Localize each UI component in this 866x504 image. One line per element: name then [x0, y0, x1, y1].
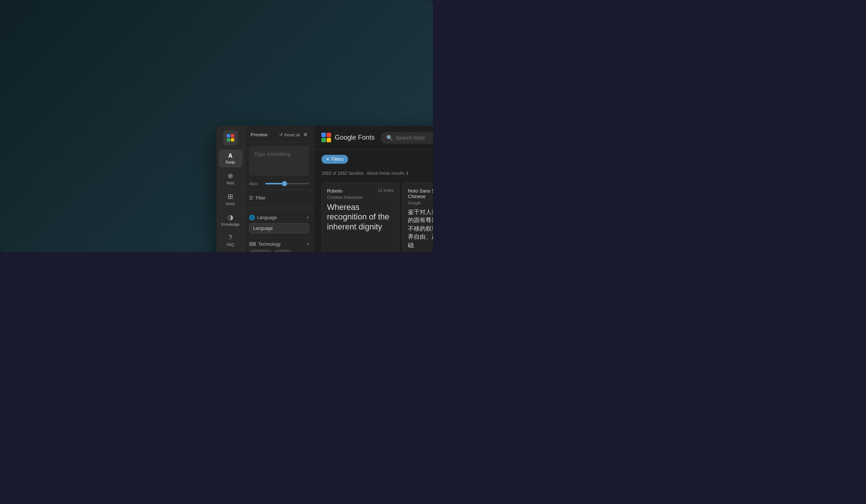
chip-color[interactable]: Color	[274, 250, 291, 252]
filter-icon: ☰	[249, 195, 253, 201]
font-card-header: Noto Sans Simplified Chinese Variable (1…	[408, 188, 433, 199]
technology-filter-header[interactable]: ⌨ Technology ∧	[249, 241, 309, 247]
top-bar: Google Fonts 🔍 Sort by Trending ▾	[314, 126, 433, 150]
font-styles: 12 styles	[378, 188, 394, 193]
knowledge-icon: ◑	[228, 213, 233, 221]
font-name: Roboto	[327, 188, 342, 194]
sidebar-item-icons[interactable]: ⊞ Icons	[219, 190, 242, 209]
svg-rect-3	[231, 138, 234, 142]
reset-icon: ↺	[279, 132, 283, 137]
icons-icon: ⊞	[228, 193, 233, 201]
size-slider-thumb[interactable]	[282, 181, 287, 186]
tech-icon: ⌨	[249, 241, 256, 247]
font-name: Noto Sans Simplified Chinese	[408, 188, 433, 199]
font-author: Google	[408, 201, 433, 205]
svg-rect-2	[227, 138, 230, 142]
font-card-noto-simplified[interactable]: Noto Sans Simplified Chinese Variable (1…	[402, 183, 433, 252]
size-label: 40px	[249, 181, 262, 186]
language-chevron: ∧	[306, 215, 309, 220]
preview-placeholder: Type something	[254, 151, 291, 157]
technology-chips: Variable Color	[249, 250, 309, 252]
sidebar-item-fonts-label: Fonts	[226, 160, 235, 164]
sidebar-nav: A Fonts ⊕ Noto ⊞ Icons ◑ Knowledge ?	[216, 126, 245, 252]
search-input[interactable]	[396, 135, 433, 141]
size-slider-track[interactable]	[265, 183, 309, 184]
language-filter-header[interactable]: 🌐 Language ∧	[249, 215, 309, 220]
main-content: Google Fonts 🔍 Sort by Trending ▾	[314, 126, 433, 252]
preview-label: Preview	[250, 132, 267, 137]
svg-rect-6	[321, 138, 326, 142]
language-select[interactable]: Language	[249, 223, 309, 234]
font-grid: Roboto 12 styles Christian Robertson Whe…	[321, 183, 433, 252]
language-label: Language	[257, 215, 277, 220]
sidebar-item-fonts[interactable]: A Fonts	[219, 150, 242, 167]
filter-header-main[interactable]: ☰ Filter	[249, 195, 309, 201]
faq-icon: ?	[228, 234, 232, 242]
svg-rect-7	[327, 138, 331, 142]
noto-icon: ⊕	[228, 172, 233, 180]
technology-section: ⌨ Technology ∧ Variable Color	[245, 238, 314, 252]
logo-text: Google Fonts	[335, 134, 375, 142]
filter-panel: Preview ↺ Reset all ✕ Type something 40p…	[245, 126, 314, 252]
active-filter-chip[interactable]: ✕ Filters	[321, 155, 348, 164]
content-area: ✕ Filters 1682 of 1682 families About th…	[314, 150, 433, 252]
language-section: 🌐 Language ∧ Language	[245, 211, 314, 238]
font-card-header: Roboto 12 styles	[327, 188, 394, 194]
font-preview: Whereas recognition of the inherent dign…	[327, 202, 394, 249]
svg-rect-0	[227, 134, 230, 137]
nav-logo	[223, 130, 238, 145]
filter-x-icon: ✕	[326, 157, 330, 162]
logo-area: Google Fonts	[321, 133, 375, 143]
about-results-label: About these results	[366, 171, 405, 176]
technology-label: Technology	[258, 242, 281, 247]
about-results[interactable]: About these results ℹ	[366, 171, 408, 176]
chip-variable[interactable]: Variable	[249, 250, 272, 252]
search-icon: 🔍	[386, 135, 393, 141]
svg-rect-5	[327, 133, 331, 137]
google-fonts-logo	[321, 133, 332, 143]
search-bar[interactable]: 🔍	[381, 132, 433, 144]
reset-all-button[interactable]: ↺ Reset all	[279, 132, 300, 137]
close-panel-button[interactable]: ✕	[303, 131, 308, 138]
sidebar-item-faq-label: FAQ	[226, 243, 234, 247]
filter-section: ☰ Filter	[245, 191, 314, 208]
sidebar-item-knowledge-label: Knowledge	[221, 222, 239, 227]
sidebar-item-faq[interactable]: ? FAQ	[219, 231, 242, 250]
preview-box[interactable]: Type something	[249, 146, 309, 176]
toolbar-row: ✕ Filters	[321, 155, 433, 164]
results-bar: 1682 of 1682 families About these result…	[321, 168, 433, 178]
sidebar-item-knowledge[interactable]: ◑ Knowledge	[219, 210, 242, 229]
sidebar-item-noto-label: Noto	[226, 181, 234, 185]
svg-rect-4	[321, 133, 326, 137]
info-icon: ℹ	[406, 171, 408, 176]
sidebar-item-icons-label: Icons	[226, 202, 235, 206]
results-count: 1682 of 1682 families	[321, 171, 364, 176]
fonts-icon: A	[228, 153, 233, 159]
svg-rect-1	[231, 134, 234, 137]
size-control: 40px	[245, 179, 314, 188]
technology-chevron: ∧	[306, 242, 309, 246]
filter-panel-header: Preview ↺ Reset all ✕	[245, 126, 314, 142]
globe-icon: 🌐	[249, 215, 255, 220]
filter-chip-label: Filters	[331, 157, 344, 162]
sidebar-item-noto[interactable]: ⊕ Noto	[219, 169, 242, 188]
font-author: Christian Robertson	[327, 195, 394, 200]
size-slider-fill	[265, 183, 283, 184]
font-preview: 鉴于对人类家庭所有成员的固有尊严及其平等的和不移的权利的承认,乃是世界自由、正义…	[408, 208, 433, 249]
filter-label: Filter	[256, 195, 266, 201]
font-card-roboto[interactable]: Roboto 12 styles Christian Robertson Whe…	[321, 183, 399, 252]
